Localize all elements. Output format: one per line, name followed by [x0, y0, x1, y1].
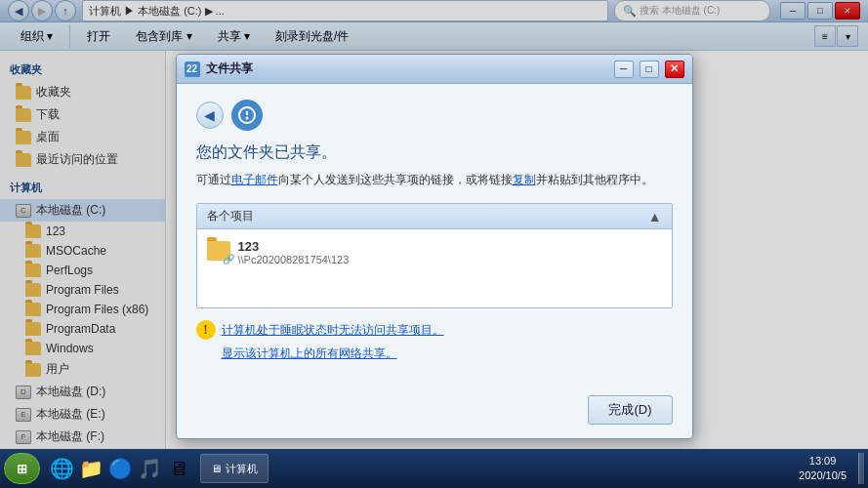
quicklaunch-chrome-icon[interactable]: 🔵: [106, 455, 134, 482]
network-shares-link[interactable]: 显示该计算机上的所有网络共享。: [196, 346, 673, 362]
items-content: 123 \\Pc202008281754\123: [197, 229, 672, 307]
dialog-app-icon: 22: [185, 61, 200, 77]
taskbar-item-icon: 🖥: [211, 463, 222, 474]
clock-time: 13:09: [809, 454, 837, 468]
taskbar-items: 🖥 计算机: [200, 454, 787, 483]
quicklaunch-explorer-icon[interactable]: 📁: [77, 455, 104, 482]
dialog-description: 可通过电子邮件向某个人发送到这些共享项的链接，或将链接复制并粘贴到其他程序中。: [196, 171, 673, 189]
file-sharing-dialog: 22 文件共享 ─ □ ✕ ◀ 您的文件夹已共享。 可通: [176, 54, 693, 439]
dialog-footer: 完成(D): [177, 387, 692, 438]
done-button[interactable]: 完成(D): [588, 395, 672, 425]
quick-launch: 🌐 📁 🔵 🎵 🖥: [44, 455, 196, 482]
dialog-title-text: 文件共享: [206, 61, 608, 77]
warning-icon: !: [196, 320, 216, 340]
warning-row: ! 计算机处于睡眠状态时无法访问共享项目。: [196, 320, 673, 340]
dialog-back-button[interactable]: ◀: [196, 102, 224, 129]
dialog-nav-row: ◀: [196, 100, 673, 131]
quicklaunch-media-icon[interactable]: 🎵: [136, 455, 163, 482]
dialog-maximize-button[interactable]: □: [640, 61, 659, 78]
shared-item-row: 123 \\Pc202008281754\123: [207, 239, 662, 265]
taskbar-item-label: 计算机: [226, 462, 258, 476]
clock-date: 2020/10/5: [799, 468, 847, 483]
dialog-body: ◀ 您的文件夹已共享。 可通过电子邮件向某个人发送到这些共享项的链接，或将链接复…: [177, 84, 692, 387]
taskbar-item-computer[interactable]: 🖥 计算机: [200, 454, 269, 483]
items-section: 各个项目 ▲ 123 \\Pc202008281754\123: [196, 203, 673, 308]
email-link[interactable]: 电子邮件: [231, 173, 278, 186]
dialog-title-bar: 22 文件共享 ─ □ ✕: [177, 55, 692, 84]
copy-link[interactable]: 复制: [513, 173, 536, 186]
dialog-step-icon: [231, 100, 263, 131]
quicklaunch-ie-icon[interactable]: 🌐: [48, 455, 75, 482]
svg-point-2: [245, 117, 248, 120]
items-header-label: 各个项目: [207, 208, 254, 224]
taskbar: ⊞ 🌐 📁 🔵 🎵 🖥 🖥 计算机 13:09 2020/10/5: [0, 449, 868, 488]
item-details: 123 \\Pc202008281754\123: [238, 239, 350, 265]
dialog-minimize-button[interactable]: ─: [614, 61, 634, 78]
warning-link[interactable]: 计算机处于睡眠状态时无法访问共享项目。: [222, 322, 444, 339]
quicklaunch-network-icon[interactable]: 🖥: [165, 455, 192, 482]
item-name: 123: [238, 239, 350, 254]
windows-logo-icon: ⊞: [17, 462, 27, 476]
items-scroll-up-icon[interactable]: ▲: [648, 209, 662, 224]
shared-folder-icon: [207, 241, 230, 261]
dialog-overlay: 22 文件共享 ─ □ ✕ ◀ 您的文件夹已共享。 可通: [0, 0, 868, 449]
items-header: 各个项目 ▲: [197, 204, 672, 229]
show-desktop-button[interactable]: [858, 453, 864, 484]
taskbar-clock: 13:09 2020/10/5: [791, 454, 854, 484]
dialog-close-button[interactable]: ✕: [665, 61, 684, 78]
start-button[interactable]: ⊞: [4, 453, 40, 484]
dialog-main-title: 您的文件夹已共享。: [196, 142, 673, 163]
item-path: \\Pc202008281754\123: [238, 254, 350, 265]
